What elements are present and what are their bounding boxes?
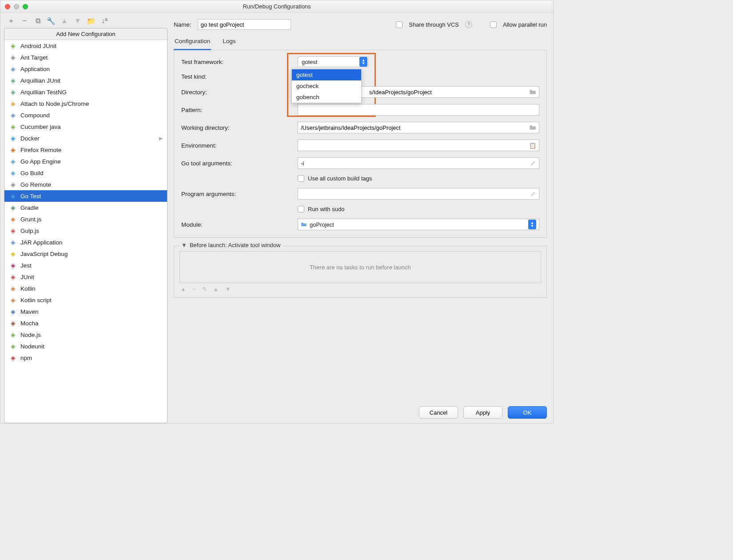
tab-configuration[interactable]: Configuration	[174, 34, 211, 50]
sidebar-item[interactable]: ◈JavaScript Debug	[4, 248, 167, 260]
sidebar-item-label: Docker	[20, 135, 40, 142]
pattern-input[interactable]	[298, 104, 539, 116]
sidebar-header: Add New Configuration	[4, 28, 167, 40]
config-type-icon: ◈	[9, 227, 17, 235]
apply-button[interactable]: Apply	[463, 406, 502, 419]
sidebar-item[interactable]: ◈Node.js	[4, 329, 167, 340]
window-title: Run/Debug Configurations	[0, 3, 553, 10]
up-icon[interactable]: ▲	[61, 17, 68, 24]
module-select[interactable]: goProject ▲▼	[298, 219, 539, 230]
sidebar-item-label: Arquillian TestNG	[20, 89, 67, 96]
remove-icon[interactable]: −	[21, 17, 28, 24]
sidebar-item-label: Mocha	[20, 320, 39, 327]
copy-icon[interactable]: ⧉	[34, 17, 41, 24]
config-type-icon: ◈	[9, 204, 17, 212]
help-icon[interactable]: ?	[465, 21, 472, 28]
sidebar-item[interactable]: ◈Compound	[4, 109, 167, 121]
sidebar-item-label: Gulp.js	[20, 228, 39, 234]
working-dir-input[interactable]	[298, 122, 539, 133]
sidebar-item[interactable]: ◈Go Remote	[4, 179, 167, 190]
sidebar-item[interactable]: ◈Go Build	[4, 167, 167, 179]
up-icon[interactable]: ▲	[213, 286, 219, 294]
share-vcs-label: Share through VCS	[409, 21, 459, 28]
name-input[interactable]	[198, 19, 291, 30]
sidebar-item[interactable]: ◈Cucumber java	[4, 121, 167, 132]
sidebar-item[interactable]: ◈Nodeunit	[4, 340, 167, 352]
before-launch-toolbar: ＋ − ✎ ▲ ▼	[179, 283, 541, 294]
expand-icon[interactable]: ⤢	[528, 189, 538, 199]
config-type-icon: ◈	[9, 157, 17, 165]
expand-icon[interactable]: ⤢	[528, 158, 538, 168]
add-icon[interactable]: ＋	[8, 17, 15, 24]
allow-parallel-checkbox[interactable]	[490, 21, 497, 28]
folder-icon[interactable]	[528, 123, 538, 132]
test-framework-select[interactable]: gotest ▲▼	[298, 56, 369, 67]
sidebar-item[interactable]: ◈JUnit	[4, 271, 167, 283]
run-sudo-checkbox[interactable]	[298, 206, 304, 212]
environment-input[interactable]	[298, 140, 539, 151]
sidebar-item[interactable]: ◈Ant Target	[4, 52, 167, 63]
chevron-down-icon[interactable]: ▼	[181, 242, 187, 248]
sidebar-item-label: Node.js	[20, 332, 41, 338]
option-gocheck[interactable]: gocheck	[292, 80, 361, 92]
folder-icon[interactable]	[528, 87, 538, 97]
sidebar-item-label: Application	[20, 66, 50, 72]
chevron-updown-icon: ▲▼	[528, 220, 536, 229]
edit-icon[interactable]: ✎	[202, 286, 207, 294]
config-type-icon: ◈	[9, 42, 17, 50]
wrench-icon[interactable]: 🔧	[48, 17, 55, 24]
option-gotest[interactable]: gotest	[292, 69, 361, 80]
pattern-label: Pattern:	[181, 107, 298, 113]
folder-plus-icon[interactable]: 📁	[88, 17, 95, 24]
config-type-list[interactable]: ◈Android JUnit◈Ant Target◈Application◈Ar…	[4, 40, 167, 423]
sidebar-item-label: Gradle	[20, 204, 39, 211]
config-type-icon: ◈	[9, 215, 17, 223]
custom-tags-checkbox[interactable]	[298, 175, 304, 182]
test-framework-label: Test framework:	[181, 59, 298, 65]
down-icon[interactable]: ▼	[74, 17, 81, 24]
sort-icon[interactable]: ↓ª	[101, 17, 108, 24]
sidebar-item[interactable]: ◈Arquillian TestNG	[4, 86, 167, 98]
sidebar-item[interactable]: ◈Go App Engine	[4, 156, 167, 167]
config-form: Test framework: gotest ▲▼ gotest gocheck…	[174, 50, 547, 238]
config-type-icon: ◈	[9, 238, 17, 246]
sidebar-item[interactable]: ◈Application	[4, 63, 167, 75]
share-vcs-checkbox[interactable]	[396, 21, 402, 28]
sidebar-item[interactable]: ◈Mocha	[4, 317, 167, 329]
sidebar-item[interactable]: ◈Attach to Node.js/Chrome	[4, 98, 167, 109]
sidebar-item[interactable]: ◈Arquillian JUnit	[4, 75, 167, 86]
sidebar-item[interactable]: ◈Android JUnit	[4, 40, 167, 52]
sidebar-item[interactable]: ◈Firefox Remote	[4, 144, 167, 156]
config-type-icon: ◈	[9, 134, 17, 142]
remove-icon[interactable]: −	[192, 286, 196, 294]
sidebar-item[interactable]: ◈Gradle	[4, 202, 167, 213]
tab-logs[interactable]: Logs	[222, 34, 236, 50]
sidebar-item[interactable]: ◈Jest	[4, 260, 167, 271]
option-gobench[interactable]: gobench	[292, 92, 361, 103]
dialog-footer: Cancel Apply OK	[174, 400, 547, 419]
chevron-updown-icon: ▲▼	[359, 57, 367, 67]
add-icon[interactable]: ＋	[180, 286, 186, 294]
sidebar-item[interactable]: ◈Maven	[4, 306, 167, 317]
sidebar-item-label: Kotlin	[20, 285, 36, 292]
sidebar-item[interactable]: ◈Grunt.js	[4, 213, 167, 225]
module-label: Module:	[181, 221, 298, 228]
sidebar-item[interactable]: ◈Docker▶	[4, 132, 167, 144]
down-icon[interactable]: ▼	[225, 286, 231, 294]
sidebar-item[interactable]: ◈Gulp.js	[4, 225, 167, 236]
config-type-icon: ◈	[9, 169, 17, 177]
program-args-label: Program arguments:	[181, 191, 298, 197]
config-type-icon: ◈	[9, 342, 17, 350]
sidebar-item[interactable]: ◈Kotlin script	[4, 294, 167, 306]
cancel-button[interactable]: Cancel	[419, 406, 458, 419]
sidebar-item[interactable]: ◈JAR Application	[4, 236, 167, 248]
sidebar-item[interactable]: ◈Go Test	[4, 190, 167, 202]
list-icon[interactable]: 📋	[528, 140, 538, 150]
sidebar-item[interactable]: ◈npm	[4, 352, 167, 364]
ok-button[interactable]: OK	[508, 406, 547, 419]
program-args-input[interactable]	[298, 188, 539, 200]
config-type-icon: ◈	[9, 284, 17, 292]
test-framework-dropdown[interactable]: gotest gocheck gobench	[291, 69, 362, 103]
sidebar-item[interactable]: ◈Kotlin	[4, 283, 167, 294]
go-tool-args-input[interactable]	[298, 157, 539, 169]
